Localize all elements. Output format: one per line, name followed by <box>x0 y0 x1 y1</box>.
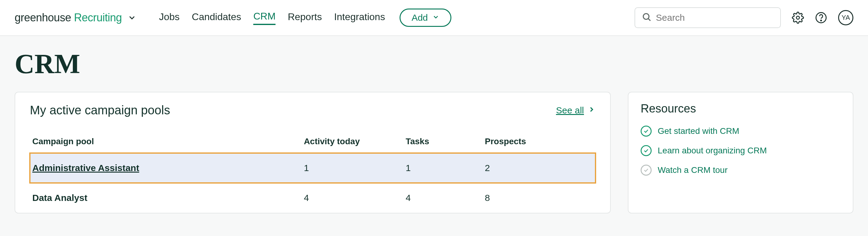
nav-crm[interactable]: CRM <box>253 11 276 25</box>
nav-candidates[interactable]: Candidates <box>192 11 241 24</box>
chevron-right-icon <box>588 105 595 116</box>
col-prospects: Prospects <box>483 132 595 153</box>
check-circle-icon <box>641 145 652 156</box>
svg-point-2 <box>796 16 799 19</box>
app-logo[interactable]: greenhouse Recruiting <box>14 11 136 24</box>
cell-prospects: 2 <box>483 153 595 183</box>
search-box[interactable] <box>634 7 781 28</box>
table-row[interactable]: Data Analyst 4 4 8 <box>30 183 595 213</box>
nav-jobs[interactable]: Jobs <box>159 11 180 24</box>
check-circle-icon <box>641 126 652 137</box>
resource-label: Watch a CRM tour <box>658 165 727 175</box>
campaign-pools-table: Campaign pool Activity today Tasks Prosp… <box>30 132 595 213</box>
svg-point-4 <box>821 20 822 21</box>
avatar[interactable]: YA <box>838 10 854 25</box>
gear-icon[interactable] <box>792 11 804 24</box>
pool-name-link[interactable]: Data Analyst <box>32 193 88 203</box>
help-icon[interactable] <box>815 11 827 24</box>
col-activity-today: Activity today <box>302 132 403 153</box>
svg-point-0 <box>643 14 649 20</box>
cell-prospects: 8 <box>483 183 595 213</box>
cell-tasks: 1 <box>403 153 483 183</box>
table-row[interactable]: Administrative Assistant 1 1 2 <box>30 153 595 183</box>
pool-name-link[interactable]: Administrative Assistant <box>32 163 139 173</box>
campaign-pools-panel: My active campaign pools See all Campaig… <box>14 92 611 213</box>
add-button-label: Add <box>411 12 428 23</box>
resources-title: Resources <box>641 102 841 115</box>
nav-reports[interactable]: Reports <box>288 11 322 24</box>
col-campaign-pool: Campaign pool <box>30 132 302 153</box>
svg-line-1 <box>648 19 650 21</box>
app-header: greenhouse Recruiting Jobs Candidates CR… <box>0 0 868 36</box>
resources-panel: Resources Get started with CRM Learn abo… <box>628 92 854 213</box>
resource-label: Get started with CRM <box>658 126 739 136</box>
panel-title: My active campaign pools <box>30 104 170 117</box>
resource-label: Learn about organizing CRM <box>658 146 767 155</box>
nav-integrations[interactable]: Integrations <box>334 11 385 24</box>
resource-link[interactable]: Learn about organizing CRM <box>641 145 841 156</box>
search-icon <box>642 12 652 23</box>
see-all-link[interactable]: See all <box>556 105 595 116</box>
check-circle-icon <box>641 165 652 176</box>
add-button[interactable]: Add <box>400 8 451 27</box>
col-tasks: Tasks <box>403 132 483 153</box>
resource-link[interactable]: Watch a CRM tour <box>641 165 841 176</box>
chevron-down-icon <box>432 12 439 23</box>
cell-activity: 1 <box>302 153 403 183</box>
page-title: CRM <box>14 48 854 80</box>
main-nav: Jobs Candidates CRM Reports Integrations <box>159 11 385 25</box>
content-layout: My active campaign pools See all Campaig… <box>14 92 854 213</box>
cell-tasks: 4 <box>403 183 483 213</box>
panel-header: My active campaign pools See all <box>30 104 595 117</box>
cell-activity: 4 <box>302 183 403 213</box>
see-all-label: See all <box>556 105 584 116</box>
header-right: YA <box>634 7 854 28</box>
logo-word-1: greenhouse <box>14 11 71 24</box>
chevron-down-icon[interactable] <box>127 13 136 22</box>
logo-word-2: Recruiting <box>74 11 122 24</box>
table-header-row: Campaign pool Activity today Tasks Prosp… <box>30 132 595 153</box>
search-input[interactable] <box>656 12 774 23</box>
resource-link[interactable]: Get started with CRM <box>641 126 841 137</box>
page-body: CRM My active campaign pools See all Cam… <box>0 36 868 226</box>
